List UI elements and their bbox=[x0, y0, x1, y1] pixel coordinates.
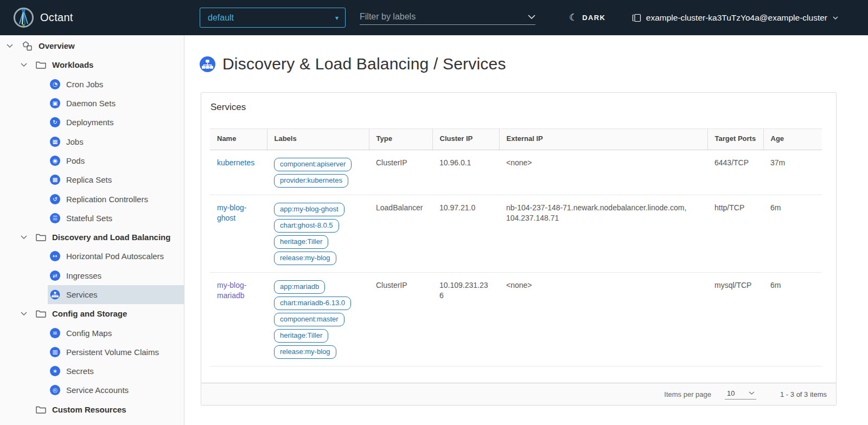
stateful-sets-icon: ☰ bbox=[50, 213, 60, 223]
sidebar-nav: Overview Workloads ◔ Cron Jobs ▣ Daemon … bbox=[0, 35, 184, 425]
pods-icon: ◉ bbox=[50, 156, 60, 166]
label-filter-input[interactable] bbox=[360, 12, 524, 22]
cron-jobs-icon: ◔ bbox=[50, 79, 60, 89]
sidebar-item-daemon-sets[interactable]: ▣ Daemon Sets bbox=[0, 94, 184, 113]
items-per-page-value: 10 bbox=[727, 389, 735, 397]
folder-icon bbox=[36, 405, 46, 414]
sidebar-item-replication-controllers[interactable]: ↺ Replication Controllers bbox=[0, 189, 184, 208]
items-per-page-select[interactable]: 10 bbox=[725, 389, 756, 400]
sidebar-item-secrets[interactable]: ∗ Secrets bbox=[0, 362, 184, 381]
sidebar-item-stateful-sets[interactable]: ☰ Stateful Sets bbox=[0, 209, 184, 228]
cell-external-ip: <none> bbox=[499, 150, 707, 195]
namespace-value: default bbox=[208, 13, 234, 23]
cell-cluster-ip: 10.97.21.0 bbox=[432, 195, 499, 273]
sidebar-item-label: Pods bbox=[66, 156, 85, 165]
cluster-context-selector[interactable]: example-cluster-ka3TuTzYo4a@example-clus… bbox=[632, 0, 838, 35]
sidebar-item-workloads[interactable]: Workloads bbox=[0, 55, 184, 74]
cell-type: ClusterIP bbox=[369, 273, 432, 366]
page-title: Discovery & Load Balancing / Services bbox=[222, 55, 506, 73]
folder-icon bbox=[36, 310, 46, 318]
column-header-target-ports: Target Ports bbox=[707, 129, 763, 150]
service-link[interactable]: kubernetes bbox=[217, 158, 254, 167]
app-title: Octant bbox=[40, 0, 73, 35]
deployments-icon: ↻ bbox=[50, 117, 60, 127]
services-card: Services NameLabelsTypeCluster IPExterna… bbox=[201, 92, 837, 405]
sidebar-item-label: Secrets bbox=[66, 366, 94, 376]
sidebar-item-custom-resources[interactable]: Custom Resources bbox=[0, 400, 184, 419]
cell-labels: component:apiserverprovider:kubernetes bbox=[267, 150, 369, 195]
label-badge[interactable]: chart:mariadb-6.13.0 bbox=[274, 297, 351, 310]
table-row: my-blog-mariadbapp:mariadbchart:mariadb-… bbox=[210, 273, 822, 366]
service-link[interactable]: my-blog-mariadb bbox=[217, 281, 246, 300]
sidebar-item-label: Custom Resources bbox=[52, 405, 126, 414]
sidebar-item-label: Ingresses bbox=[66, 271, 101, 280]
services-icon bbox=[199, 56, 216, 73]
cell-external-ip: <none> bbox=[499, 273, 707, 366]
sidebar-item-persistent-volume-claims[interactable]: ▥ Persistent Volume Claims bbox=[0, 343, 184, 362]
sidebar-item-config-maps[interactable]: ≡ Config Maps bbox=[0, 323, 184, 342]
config-maps-icon: ≡ bbox=[50, 328, 60, 338]
sidebar-item-label: Horizontal Pod Autoscalers bbox=[66, 252, 164, 261]
sidebar-item-deployments[interactable]: ↻ Deployments bbox=[0, 113, 184, 132]
table-row: my-blog-ghostapp:my-blog-ghostchart:ghos… bbox=[210, 195, 822, 273]
sidebar-item-ingresses[interactable]: ⇄ Ingresses bbox=[0, 266, 184, 285]
sidebar-item-label: Deployments bbox=[66, 118, 114, 127]
folder-icon bbox=[36, 233, 46, 241]
label-badge[interactable]: heritage:Tiller bbox=[274, 235, 328, 249]
chevron-down-icon bbox=[833, 16, 838, 20]
cell-target-ports: mysql/TCP bbox=[707, 273, 763, 366]
sidebar-item-label: Overview bbox=[39, 41, 75, 50]
sidebar-item-label: Discovery and Load Balancing bbox=[52, 233, 170, 242]
label-badge[interactable]: heritage:Tiller bbox=[274, 329, 328, 343]
chevron-down-icon[interactable] bbox=[20, 235, 28, 239]
sidebar-item-label: Stateful Sets bbox=[66, 214, 112, 223]
sidebar-item-pods[interactable]: ◉ Pods bbox=[0, 151, 184, 170]
sidebar-item-service-accounts[interactable]: ◎ Service Accounts bbox=[0, 381, 184, 400]
column-header-labels: Labels bbox=[267, 129, 369, 150]
theme-toggle-label: DARK bbox=[582, 14, 605, 22]
label-badge[interactable]: chart:ghost-8.0.5 bbox=[274, 219, 339, 233]
chevron-down-icon[interactable] bbox=[528, 15, 535, 19]
column-header-type: Type bbox=[369, 129, 432, 150]
chevron-down-icon[interactable] bbox=[20, 63, 28, 67]
sidebar-item-discovery-and-load-balancing[interactable]: Discovery and Load Balancing bbox=[0, 228, 184, 247]
sidebar-item-label: Config Maps bbox=[66, 329, 112, 338]
column-header-age: Age bbox=[763, 129, 822, 150]
main-content: Discovery & Load Balancing / Services Se… bbox=[185, 35, 868, 425]
column-header-external-ip: External IP bbox=[499, 129, 707, 150]
label-badge[interactable]: component:master bbox=[274, 313, 344, 326]
cell-cluster-ip: 10.96.0.1 bbox=[432, 150, 499, 195]
sidebar-item-horizontal-pod-autoscalers[interactable]: ↔ Horizontal Pod Autoscalers bbox=[0, 247, 184, 266]
sidebar-item-overview[interactable]: Overview bbox=[0, 36, 184, 55]
label-badge[interactable]: release:my-blog bbox=[274, 252, 336, 265]
table-body: kubernetescomponent:apiserverprovider:ku… bbox=[210, 150, 822, 366]
cell-name: my-blog-ghost bbox=[210, 195, 267, 273]
label-badge[interactable]: component:apiserver bbox=[274, 158, 352, 171]
replica-sets-icon: ▩ bbox=[50, 175, 60, 185]
jobs-icon: ▦ bbox=[50, 137, 60, 147]
cell-cluster-ip: 10.109.231.236 bbox=[432, 273, 499, 366]
sidebar-item-label: Service Accounts bbox=[66, 385, 129, 395]
label-badge[interactable]: app:mariadb bbox=[274, 280, 325, 294]
overview-icon bbox=[22, 41, 33, 51]
octant-logo-icon bbox=[13, 7, 34, 28]
sidebar-item-label: Jobs bbox=[66, 137, 84, 146]
sidebar-item-services[interactable]: Services bbox=[48, 285, 184, 304]
label-badge[interactable]: provider:kubernetes bbox=[274, 174, 348, 188]
horizontal-pod-autoscalers-icon: ↔ bbox=[50, 251, 60, 261]
chevron-down-icon[interactable] bbox=[20, 312, 28, 315]
chevron-down-icon[interactable] bbox=[5, 44, 14, 48]
label-badge[interactable]: release:my-blog bbox=[274, 345, 336, 359]
column-header-name: Name bbox=[210, 129, 267, 150]
sidebar-item-label: Workloads bbox=[52, 60, 93, 69]
theme-toggle-button[interactable]: ☾ DARK bbox=[569, 0, 605, 35]
sidebar-item-replica-sets[interactable]: ▩ Replica Sets bbox=[0, 170, 184, 189]
service-link[interactable]: my-blog-ghost bbox=[217, 203, 246, 222]
label-badge[interactable]: app:my-blog-ghost bbox=[274, 203, 344, 216]
sidebar-item-cron-jobs[interactable]: ◔ Cron Jobs bbox=[0, 75, 184, 94]
services-icon bbox=[50, 289, 60, 300]
namespace-selector[interactable]: default ▾ bbox=[200, 8, 346, 28]
sidebar-item-config-and-storage[interactable]: Config and Storage bbox=[0, 304, 184, 323]
cell-name: my-blog-mariadb bbox=[210, 273, 267, 366]
sidebar-item-jobs[interactable]: ▦ Jobs bbox=[0, 132, 184, 151]
